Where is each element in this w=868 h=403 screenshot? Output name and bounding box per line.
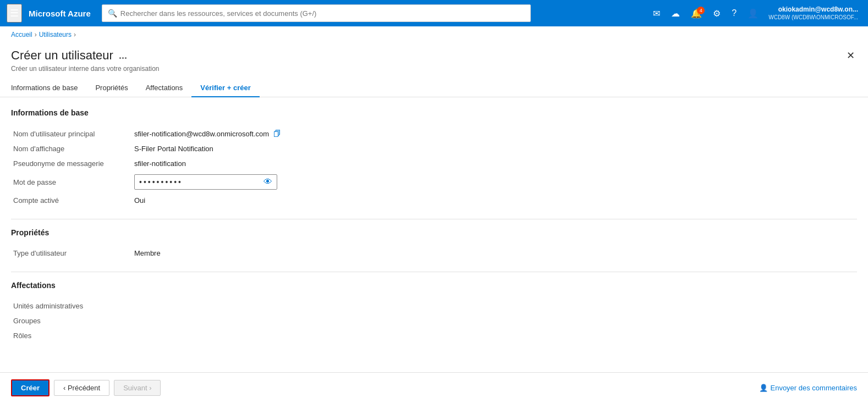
next-button: Suivant › — [114, 380, 161, 396]
field-value-admin-units — [132, 299, 857, 313]
basic-info-table: Nom d'utilisateur principal sfiler-notif… — [11, 126, 857, 208]
field-value-account-enabled: Oui — [132, 193, 857, 208]
page-header: Créer un utilisateur ... ✕ Créer un util… — [0, 43, 868, 73]
field-label-displayname: Nom d'affichage — [11, 141, 132, 156]
settings-icon-btn[interactable]: ⚙ — [708, 5, 725, 22]
properties-section-title: Propriétés — [11, 228, 857, 237]
feedback-icon-btn[interactable]: 👤 — [743, 5, 763, 22]
search-input[interactable] — [120, 9, 525, 18]
tabs-bar: Informations de base Propriétés Affectat… — [0, 73, 868, 97]
brand-name: Microsoft Azure — [29, 9, 91, 18]
user-display-name: okiokadmin@wcd8w.on... — [768, 5, 858, 14]
breadcrumb: Accueil › Utilisateurs › — [0, 26, 868, 43]
help-icon-btn[interactable]: ? — [727, 5, 741, 21]
section-divider-2 — [11, 272, 857, 272]
tab-informations-de-base[interactable]: Informations de base — [11, 79, 86, 97]
affectations-table: Unités administratives Groupes Rôles — [11, 299, 857, 343]
breadcrumb-users[interactable]: Utilisateurs — [39, 31, 72, 38]
breadcrumb-sep-1: › — [35, 31, 37, 38]
field-label-account-enabled: Compte activé — [11, 193, 132, 208]
copy-username-icon[interactable]: 🗍 — [273, 129, 281, 138]
field-label-roles: Rôles — [11, 328, 132, 343]
notification-badge: 4 — [697, 7, 705, 14]
tab-proprietes[interactable]: Propriétés — [86, 79, 136, 97]
table-row: Pseudonyme de messagerie sfiler-notifica… — [11, 156, 857, 171]
field-label-groups: Groupes — [11, 313, 132, 328]
field-value-password: •••••••••• 👁 — [132, 171, 857, 193]
basic-info-section-title: Informations de base — [11, 108, 857, 117]
footer: Créer ‹ Précédent Suivant › 👤 Envoyer de… — [0, 372, 868, 403]
field-label-password: Mot de passe — [11, 171, 132, 193]
password-dots: •••••••••• — [139, 178, 259, 186]
notification-btn[interactable]: 🔔 4 — [686, 5, 706, 22]
cloud-icon-btn[interactable]: ☁ — [667, 5, 684, 22]
password-field-container: •••••••••• 👁 — [134, 174, 277, 190]
table-row: Mot de passe •••••••••• 👁 — [11, 171, 857, 193]
hamburger-menu[interactable]: ☰ — [7, 4, 22, 23]
field-value-groups — [132, 313, 857, 328]
topbar-icons: ✉ ☁ 🔔 4 ⚙ ? 👤 okiokadmin@wcd8w.on... WCD… — [649, 5, 861, 22]
breadcrumb-sep-2: › — [74, 31, 76, 38]
affectations-section-title: Affectations — [11, 281, 857, 290]
topbar: ☰ Microsoft Azure 🔍 ✉ ☁ 🔔 4 ⚙ ? 👤 okioka… — [0, 0, 868, 26]
field-value-user-type: Membre — [132, 246, 857, 261]
breadcrumb-home[interactable]: Accueil — [11, 31, 32, 38]
feedback-label: Envoyer des commentaires — [770, 384, 857, 392]
section-divider-1 — [11, 219, 857, 219]
username-value: sfiler-notification@wcd8w.onmicrosoft.co… — [134, 130, 269, 138]
table-row: Nom d'utilisateur principal sfiler-notif… — [11, 126, 857, 141]
table-row: Rôles — [11, 328, 857, 343]
user-tenant: WCD8W (WCD8W\ONMICROSOF... — [768, 14, 858, 21]
feedback-icon: 👤 — [759, 384, 768, 392]
user-profile[interactable]: okiokadmin@wcd8w.on... WCD8W (WCD8W\ONMI… — [765, 5, 861, 21]
search-icon: 🔍 — [108, 9, 117, 18]
field-value-alias: sfiler-notification — [132, 156, 857, 171]
page-title: Créer un utilisateur — [11, 48, 113, 63]
field-value-username: sfiler-notification@wcd8w.onmicrosoft.co… — [132, 126, 857, 141]
mail-icon-btn[interactable]: ✉ — [649, 5, 664, 22]
table-row: Nom d'affichage S-Filer Portal Notificat… — [11, 141, 857, 156]
field-value-displayname: S-Filer Portal Notification — [132, 141, 857, 156]
page-subtitle: Créer un utilisateur interne dans votre … — [11, 65, 857, 73]
field-value-roles — [132, 328, 857, 343]
toggle-password-icon[interactable]: 👁 — [263, 177, 272, 187]
table-row: Unités administratives — [11, 299, 857, 313]
table-row: Type d'utilisateur Membre — [11, 246, 857, 261]
tab-verifier-creer[interactable]: Vérifier + créer — [191, 79, 259, 97]
search-bar[interactable]: 🔍 — [102, 4, 531, 22]
field-label-alias: Pseudonyme de messagerie — [11, 156, 132, 171]
feedback-link[interactable]: 👤 Envoyer des commentaires — [759, 384, 857, 392]
field-label-admin-units: Unités administratives — [11, 299, 132, 313]
field-label-user-type: Type d'utilisateur — [11, 246, 132, 261]
more-options-btn[interactable]: ... — [119, 50, 127, 62]
table-row: Compte activé Oui — [11, 193, 857, 208]
close-button[interactable]: ✕ — [844, 47, 857, 64]
main-content: Informations de base Nom d'utilisateur p… — [0, 97, 868, 372]
table-row: Groupes — [11, 313, 857, 328]
properties-table: Type d'utilisateur Membre — [11, 246, 857, 261]
prev-button[interactable]: ‹ Précédent — [54, 380, 109, 396]
create-button[interactable]: Créer — [11, 379, 50, 396]
field-label-username: Nom d'utilisateur principal — [11, 126, 132, 141]
tab-affectations[interactable]: Affectations — [137, 79, 192, 97]
